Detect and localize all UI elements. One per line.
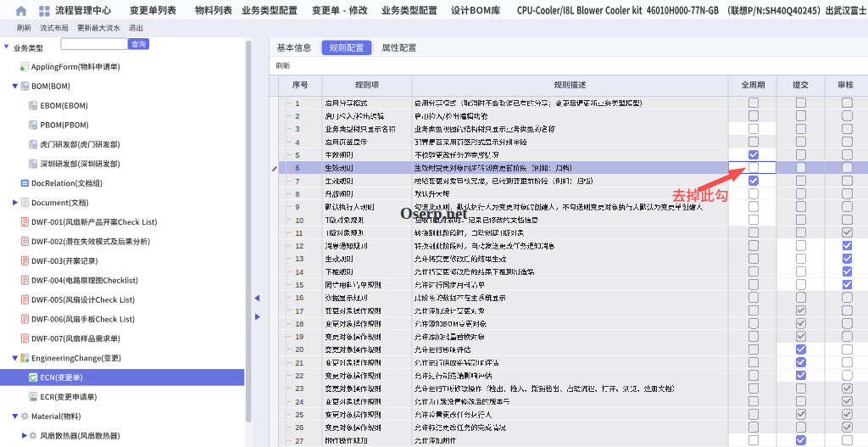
svg-text:24: 24 xyxy=(296,398,304,406)
svg-text:15: 15 xyxy=(296,281,304,289)
svg-text:26: 26 xyxy=(296,423,304,432)
svg-text:2: 2 xyxy=(296,112,300,120)
svg-text:Oserp.net: Oserp.net xyxy=(400,204,468,222)
svg-text:3: 3 xyxy=(296,125,300,133)
svg-text:27: 27 xyxy=(296,437,304,445)
svg-text:18: 18 xyxy=(296,320,304,328)
svg-text:8: 8 xyxy=(296,190,300,198)
svg-text:10: 10 xyxy=(296,216,304,225)
svg-text:6: 6 xyxy=(296,164,300,172)
svg-text:19: 19 xyxy=(296,332,304,341)
svg-text:5: 5 xyxy=(296,151,300,159)
svg-text:14: 14 xyxy=(296,268,304,277)
svg-text:22: 22 xyxy=(296,372,304,380)
svg-text:20: 20 xyxy=(296,345,304,354)
svg-text:4: 4 xyxy=(296,138,300,147)
svg-text:23: 23 xyxy=(296,384,304,393)
svg-text:25: 25 xyxy=(296,411,304,419)
svg-text:12: 12 xyxy=(296,242,304,250)
svg-text:16: 16 xyxy=(296,293,304,302)
svg-text:17: 17 xyxy=(296,307,304,316)
svg-text:13: 13 xyxy=(296,254,304,263)
svg-text:11: 11 xyxy=(296,229,303,237)
svg-text:9: 9 xyxy=(296,203,300,211)
svg-text:1: 1 xyxy=(296,99,300,108)
svg-text:7: 7 xyxy=(296,177,300,186)
svg-text:21: 21 xyxy=(296,359,304,367)
